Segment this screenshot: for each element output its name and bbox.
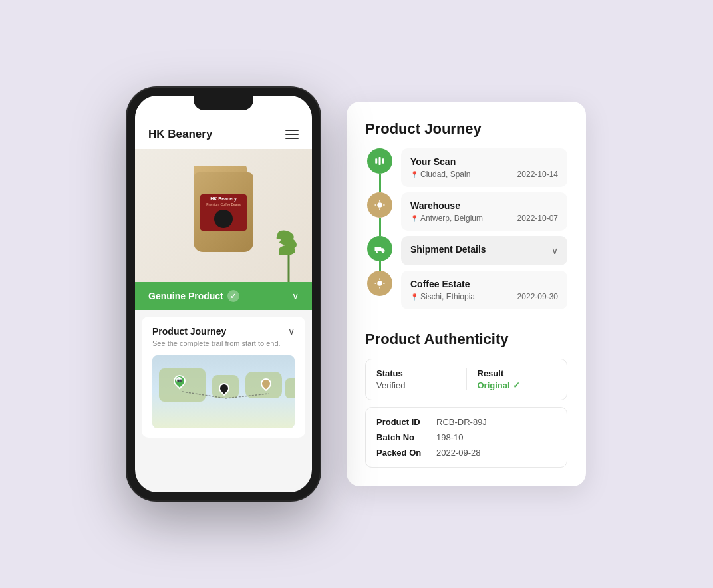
- check-green-icon: ✓: [513, 380, 520, 390]
- right-panel: Product Journey Your Scan: [347, 102, 586, 486]
- scan-date: 2022-10-14: [517, 170, 558, 179]
- phone-mockup: HK Beanery HK Beanery Premium Coffee Bea…: [127, 88, 320, 500]
- plant-decoration: [275, 229, 302, 282]
- estate-title: Coffee Estate: [410, 279, 558, 289]
- journey-scan-content[interactable]: Your Scan 📍 Ciudad, Spain 2022-10-14: [401, 148, 567, 187]
- estate-date: 2022-09-30: [517, 292, 558, 301]
- bag-label: HK Beanery Premium Coffee Beans: [200, 194, 247, 231]
- svg-rect-3: [379, 157, 381, 165]
- auth-status-card: Status Verified Result Original ✓: [365, 359, 567, 400]
- phone-journey-header: Product Journey ∨: [152, 326, 295, 337]
- packed-on-row: Packed On 2022-09-28: [376, 448, 556, 458]
- product-id-value: RCB-DR-89J: [436, 417, 487, 427]
- phone-brand-title: HK Beanery: [148, 128, 212, 141]
- svg-rect-2: [375, 158, 377, 164]
- location-pin-icon-3: 📍: [410, 293, 418, 301]
- location-pin-icon-2: 📍: [410, 215, 418, 222]
- scene: HK Beanery HK Beanery Premium Coffee Bea…: [127, 88, 586, 500]
- shipment-chevron-icon: ∨: [551, 245, 558, 256]
- result-label: Result: [478, 368, 557, 378]
- scan-location: 📍 Ciudad, Spain: [410, 170, 470, 179]
- shipment-title: Shipment Details: [410, 244, 486, 255]
- map-pin-estate: [261, 378, 271, 389]
- journey-estate-content[interactable]: Coffee Estate 📍 Sischi, Ethiopia 2022-09…: [401, 271, 567, 309]
- map-pin-middle: [219, 383, 229, 394]
- genuine-product-bar[interactable]: Genuine Product ✓ ∨: [135, 282, 312, 310]
- authenticity-section: Product Authenticity Status Verified Res…: [365, 331, 567, 468]
- warehouse-date: 2022-10-07: [517, 214, 558, 223]
- warehouse-title: Warehouse: [410, 200, 558, 211]
- phone-journey-desc: See the complete trail from start to end…: [152, 339, 295, 347]
- status-value: Verified: [376, 380, 456, 390]
- scan-title: Your Scan: [410, 156, 558, 167]
- shipment-icon-circle: [367, 236, 392, 261]
- packed-on-label: Packed On: [376, 448, 436, 458]
- genuine-chevron-icon: ∨: [292, 291, 299, 301]
- phone-notch: [194, 96, 253, 110]
- svg-rect-4: [382, 158, 384, 164]
- auth-details-card: Product ID RCB-DR-89J Batch No 198-10 Pa…: [365, 407, 567, 468]
- phone-map: 📷: [152, 355, 295, 428]
- result-value: Original ✓: [478, 380, 557, 390]
- batch-no-row: Batch No 198-10: [376, 432, 556, 442]
- warehouse-location: 📍 Antwerp, Belgium: [410, 214, 483, 223]
- journey-warehouse-content[interactable]: Warehouse 📍 Antwerp, Belgium 2022-10-07: [401, 192, 567, 231]
- svg-line-1: [225, 394, 269, 398]
- estate-location: 📍 Sischi, Ethiopia: [410, 292, 475, 301]
- product-id-row: Product ID RCB-DR-89J: [376, 417, 556, 427]
- coffee-bag: HK Beanery Premium Coffee Beans: [194, 172, 253, 259]
- packed-on-value: 2022-09-28: [436, 448, 481, 458]
- journey-item-scan: Your Scan 📍 Ciudad, Spain 2022-10-14: [365, 148, 567, 192]
- phone-journey-title: Product Journey: [152, 326, 226, 337]
- journey-list: Your Scan 📍 Ciudad, Spain 2022-10-14: [365, 148, 567, 315]
- status-label: Status: [376, 368, 456, 378]
- product-image: HK Beanery Premium Coffee Beans: [135, 149, 312, 282]
- location-pin-icon: 📍: [410, 171, 418, 178]
- batch-no-label: Batch No: [376, 432, 436, 442]
- hamburger-icon[interactable]: [285, 130, 299, 139]
- warehouse-icon-circle: [367, 192, 392, 218]
- journey-item-shipment: Shipment Details ∨: [365, 236, 567, 271]
- map-pin-scan: 📷: [174, 375, 186, 387]
- authenticity-title: Product Authenticity: [365, 331, 567, 348]
- svg-point-6: [376, 251, 378, 253]
- journey-item-warehouse: Warehouse 📍 Antwerp, Belgium 2022-10-07: [365, 192, 567, 236]
- phone-screen: HK Beanery HK Beanery Premium Coffee Bea…: [135, 96, 312, 492]
- scan-icon-circle: [367, 148, 392, 174]
- svg-point-8: [377, 281, 382, 286]
- svg-point-7: [382, 251, 384, 253]
- product-id-label: Product ID: [376, 417, 436, 427]
- auth-cards: Status Verified Result Original ✓: [365, 359, 567, 468]
- phone-journey-section: Product Journey ∨ See the complete trail…: [142, 317, 305, 438]
- estate-icon-circle: [367, 271, 392, 296]
- panel-journey-title: Product Journey: [365, 120, 567, 138]
- batch-no-value: 198-10: [436, 432, 463, 442]
- svg-point-5: [377, 202, 382, 208]
- journey-item-estate: Coffee Estate 📍 Sischi, Ethiopia 2022-09…: [365, 271, 567, 315]
- journey-shipment-content[interactable]: Shipment Details ∨: [401, 236, 567, 265]
- phone-journey-chevron-icon[interactable]: ∨: [288, 326, 295, 337]
- genuine-label: Genuine Product ✓: [148, 290, 239, 302]
- check-circle-icon: ✓: [227, 290, 239, 302]
